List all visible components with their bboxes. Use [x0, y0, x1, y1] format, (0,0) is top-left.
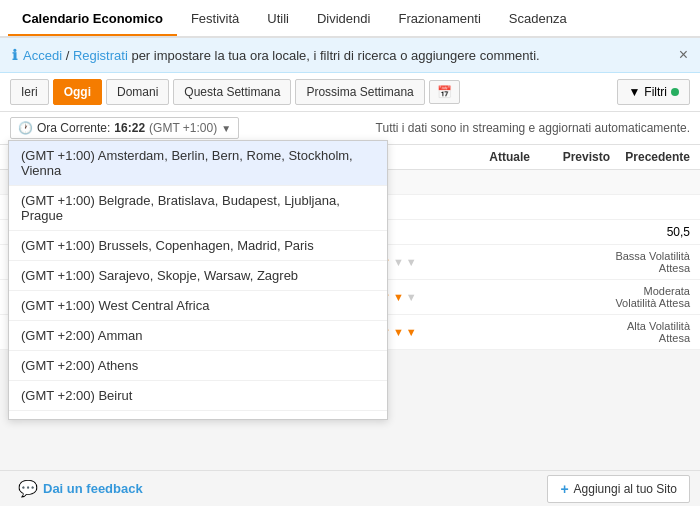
- time-row: 🕐 Ora Corrente: 16:22 (GMT +1:00) ▼ (GMT…: [0, 112, 700, 145]
- timezone-label: (GMT +1:00): [149, 121, 217, 135]
- feedback-label: Dai un feedback: [43, 481, 143, 496]
- clock-icon: 🕐: [18, 121, 33, 135]
- add-to-site-button[interactable]: + Aggiungi al tuo Sito: [547, 475, 690, 503]
- feedback-button[interactable]: 💬 Dai un feedback: [10, 475, 151, 502]
- tab-utili[interactable]: Utili: [253, 3, 303, 36]
- col-header-actual: Attuale: [450, 150, 530, 164]
- top-navigation: Calendario Economico Festività Utili Div…: [0, 0, 700, 38]
- tz-option-8[interactable]: (GMT +2:00) Bucharest: [9, 411, 387, 420]
- btn-questa-settimana[interactable]: Questa Settimana: [173, 79, 291, 105]
- tab-scadenza[interactable]: Scadenza: [495, 3, 581, 36]
- toolbar: Ieri Oggi Domani Questa Settimana Prossi…: [0, 73, 700, 112]
- col-header-importance: [380, 150, 450, 164]
- banner-text: Accedi / Registrati per impostare la tua…: [23, 48, 540, 63]
- calendar-icon-button[interactable]: 📅: [429, 80, 460, 104]
- filter-button[interactable]: ▼ Filtri: [617, 79, 690, 105]
- timezone-dropdown: (GMT +1:00) Amsterdam, Berlin, Bern, Rom…: [8, 140, 388, 420]
- tab-frazionamenti[interactable]: Frazionamenti: [384, 3, 494, 36]
- tab-dividendi[interactable]: Dividendi: [303, 3, 384, 36]
- footer: 💬 Dai un feedback + Aggiungi al tuo Sito: [0, 470, 700, 506]
- col-header-forecast: Previsto: [530, 150, 610, 164]
- time-selector[interactable]: 🕐 Ora Corrente: 16:22 (GMT +1:00) ▼: [10, 117, 239, 139]
- star-icon: ▼: [393, 291, 404, 303]
- btn-oggi[interactable]: Oggi: [53, 79, 102, 105]
- tz-option-5[interactable]: (GMT +2:00) Amman: [9, 321, 387, 351]
- star-icon: ▼: [393, 256, 404, 268]
- btn-domani[interactable]: Domani: [106, 79, 169, 105]
- volatility-stars-medium: ▼ ▼ ▼: [380, 291, 450, 303]
- tz-option-4[interactable]: (GMT +1:00) West Central Africa: [9, 291, 387, 321]
- tab-calendario-economico[interactable]: Calendario Economico: [8, 3, 177, 36]
- legend-high-label: Alta Volatilità Attesa: [610, 320, 690, 344]
- tz-option-6[interactable]: (GMT +2:00) Athens: [9, 351, 387, 381]
- registrati-link[interactable]: Registrati: [73, 48, 128, 63]
- star-icon: ▼: [406, 326, 417, 338]
- btn-ieri[interactable]: Ieri: [10, 79, 49, 105]
- dropdown-arrow-icon: ▼: [221, 123, 231, 134]
- filter-active-dot: [671, 88, 679, 96]
- star-icon: ▼: [406, 291, 417, 303]
- tz-option-1[interactable]: (GMT +1:00) Belgrade, Bratislava, Budape…: [9, 186, 387, 231]
- close-icon[interactable]: ×: [679, 46, 688, 64]
- time-value: 16:22: [114, 121, 145, 135]
- tz-option-7[interactable]: (GMT +2:00) Beirut: [9, 381, 387, 411]
- streaming-text: Tutti i dati sono in streaming e aggiorn…: [376, 121, 690, 135]
- plus-icon: +: [560, 481, 568, 497]
- legend-low-label: Bassa Volatilità Attesa: [610, 250, 690, 274]
- col-header-prev: Precedente: [610, 150, 690, 164]
- legend-medium-label: Moderata Volatilità Attesa: [610, 285, 690, 309]
- info-banner: ℹ Accedi / Registrati per impostare la t…: [0, 38, 700, 73]
- star-icon: ▼: [393, 326, 404, 338]
- tz-option-0[interactable]: (GMT +1:00) Amsterdam, Berlin, Bern, Rom…: [9, 141, 387, 186]
- info-icon: ℹ: [12, 47, 17, 63]
- filter-icon: ▼: [628, 85, 640, 99]
- add-site-label: Aggiungi al tuo Sito: [574, 482, 677, 496]
- tab-festivita[interactable]: Festività: [177, 3, 253, 36]
- volatility-stars-high: ▼ ▼ ▼: [380, 326, 450, 338]
- tz-option-2[interactable]: (GMT +1:00) Brussels, Copenhagen, Madrid…: [9, 231, 387, 261]
- feedback-icon: 💬: [18, 479, 38, 498]
- btn-prossima-settimana[interactable]: Prossima Settimana: [295, 79, 424, 105]
- accedi-link[interactable]: Accedi: [23, 48, 62, 63]
- filter-label: Filtri: [644, 85, 667, 99]
- toolbar-right: ▼ Filtri: [617, 79, 690, 105]
- tz-option-3[interactable]: (GMT +1:00) Sarajevo, Skopje, Warsaw, Za…: [9, 261, 387, 291]
- star-icon: ▼: [406, 256, 417, 268]
- time-label: Ora Corrente:: [37, 121, 110, 135]
- volatility-stars-low: ▼ ▼ ▼: [380, 256, 450, 268]
- prev-value: 50,5: [610, 225, 690, 239]
